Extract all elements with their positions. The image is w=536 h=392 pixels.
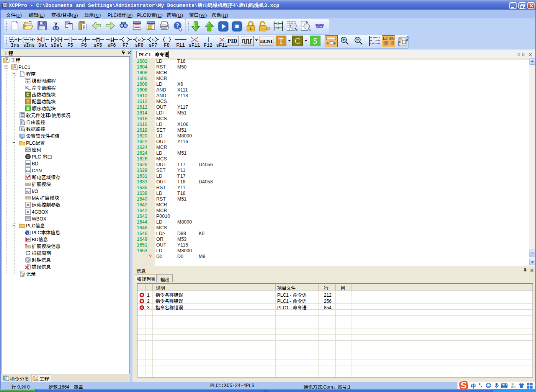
svg-text:I: I [5,376,6,380]
svg-text:U: U [514,385,515,388]
svg-text:C: C [26,92,29,97]
svg-text:T: T [27,99,29,104]
svg-text:R: R [138,38,141,42]
svg-text:***: *** [26,149,31,152]
svg-text:S: S [26,106,29,111]
svg-text:I/O: I/O [26,190,30,193]
svg-text:CAN: CAN [26,170,30,172]
svg-text:BD: BD [26,163,30,165]
svg-text:M: M [26,203,29,207]
svg-text:D: D [27,211,29,214]
svg-text:ld: ld [25,85,29,90]
svg-text:?: ? [176,22,179,29]
svg-text:S: S [152,38,154,42]
